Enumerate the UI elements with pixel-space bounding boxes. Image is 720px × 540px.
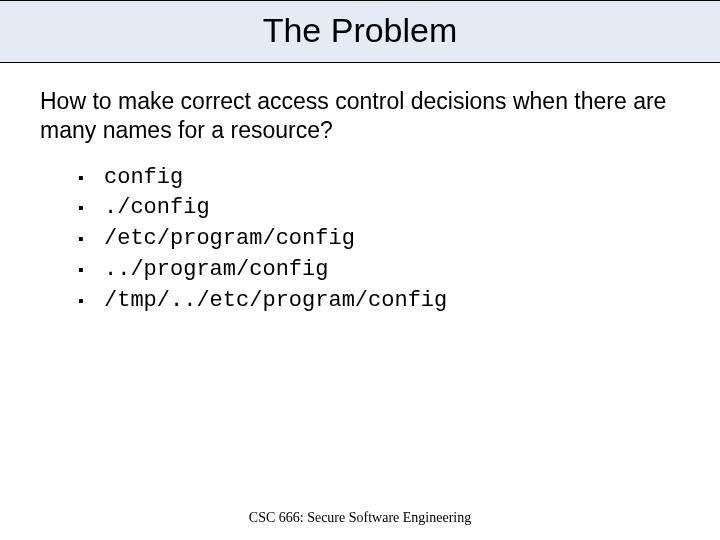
path-text: config	[104, 163, 183, 194]
question-text: How to make correct access control decis…	[40, 87, 680, 145]
path-list: ▪ config ▪ ./config ▪ /etc/program/confi…	[40, 163, 680, 317]
bullet-icon: ▪	[78, 167, 104, 189]
bullet-icon: ▪	[78, 228, 104, 250]
list-item: ▪ /tmp/../etc/program/config	[78, 286, 680, 317]
bullet-icon: ▪	[78, 259, 104, 281]
slide-content: How to make correct access control decis…	[0, 63, 720, 316]
path-text: /tmp/../etc/program/config	[104, 286, 447, 317]
list-item: ▪ config	[78, 163, 680, 194]
bullet-icon: ▪	[78, 197, 104, 219]
bullet-icon: ▪	[78, 290, 104, 312]
slide-footer: CSC 666: Secure Software Engineering	[0, 510, 720, 526]
path-text: ./config	[104, 193, 210, 224]
path-text: ../program/config	[104, 255, 328, 286]
list-item: ▪ ./config	[78, 193, 680, 224]
title-band: The Problem	[0, 0, 720, 63]
slide-title: The Problem	[0, 11, 720, 50]
path-text: /etc/program/config	[104, 224, 355, 255]
list-item: ▪ /etc/program/config	[78, 224, 680, 255]
list-item: ▪ ../program/config	[78, 255, 680, 286]
